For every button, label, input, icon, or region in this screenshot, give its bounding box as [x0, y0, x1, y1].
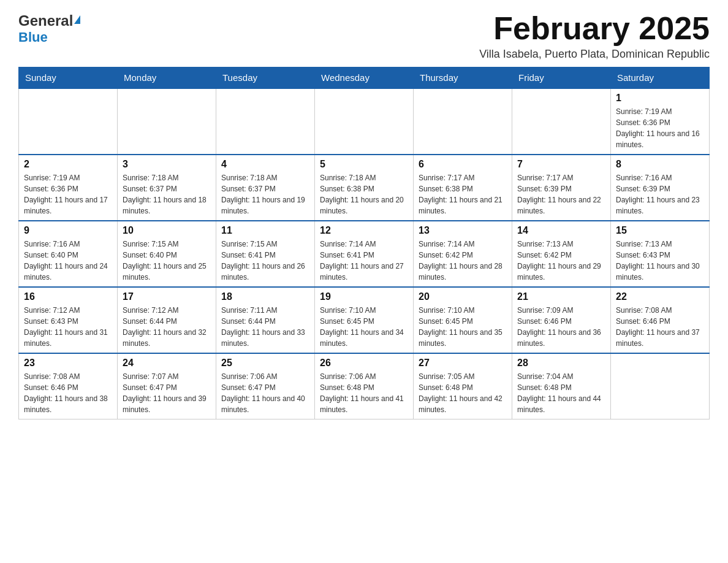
day-info: Sunrise: 7:09 AMSunset: 6:46 PMDaylight:…	[517, 305, 605, 349]
day-info: Sunrise: 7:05 AMSunset: 6:48 PMDaylight:…	[419, 371, 507, 415]
table-row: 16Sunrise: 7:12 AMSunset: 6:43 PMDayligh…	[19, 287, 118, 353]
logo: General Blue	[18, 12, 80, 45]
day-number: 5	[320, 159, 408, 170]
day-number: 18	[221, 291, 309, 302]
day-number: 10	[123, 225, 211, 236]
day-info: Sunrise: 7:06 AMSunset: 6:48 PMDaylight:…	[320, 371, 408, 415]
table-row: 10Sunrise: 7:15 AMSunset: 6:40 PMDayligh…	[118, 221, 216, 287]
day-number: 4	[221, 159, 309, 170]
day-number: 11	[221, 225, 309, 236]
day-number: 20	[419, 291, 507, 302]
day-info: Sunrise: 7:13 AMSunset: 6:43 PMDaylight:…	[616, 239, 704, 283]
day-number: 8	[616, 159, 704, 170]
day-number: 6	[419, 159, 507, 170]
day-info: Sunrise: 7:13 AMSunset: 6:42 PMDaylight:…	[517, 239, 605, 283]
table-row: 17Sunrise: 7:12 AMSunset: 6:44 PMDayligh…	[118, 287, 216, 353]
table-row: 18Sunrise: 7:11 AMSunset: 6:44 PMDayligh…	[216, 287, 315, 353]
col-friday: Friday	[512, 67, 611, 89]
day-info: Sunrise: 7:12 AMSunset: 6:43 PMDaylight:…	[24, 305, 112, 349]
day-info: Sunrise: 7:18 AMSunset: 6:37 PMDaylight:…	[221, 172, 309, 216]
table-row: 21Sunrise: 7:09 AMSunset: 6:46 PMDayligh…	[512, 287, 611, 353]
calendar-table: Sunday Monday Tuesday Wednesday Thursday…	[18, 67, 710, 419]
table-row: 3Sunrise: 7:18 AMSunset: 6:37 PMDaylight…	[118, 155, 216, 221]
month-title: February 2025	[479, 12, 710, 44]
day-info: Sunrise: 7:08 AMSunset: 6:46 PMDaylight:…	[24, 371, 112, 415]
day-number: 22	[616, 291, 704, 302]
day-info: Sunrise: 7:14 AMSunset: 6:42 PMDaylight:…	[419, 239, 507, 283]
day-info: Sunrise: 7:07 AMSunset: 6:47 PMDaylight:…	[123, 371, 211, 415]
day-info: Sunrise: 7:15 AMSunset: 6:41 PMDaylight:…	[221, 239, 309, 283]
calendar-week-row: 16Sunrise: 7:12 AMSunset: 6:43 PMDayligh…	[19, 287, 710, 353]
table-row: 14Sunrise: 7:13 AMSunset: 6:42 PMDayligh…	[512, 221, 611, 287]
col-thursday: Thursday	[414, 67, 512, 89]
col-sunday: Sunday	[19, 67, 118, 89]
table-row	[216, 88, 315, 155]
day-info: Sunrise: 7:17 AMSunset: 6:38 PMDaylight:…	[419, 172, 507, 216]
table-row: 20Sunrise: 7:10 AMSunset: 6:45 PMDayligh…	[414, 287, 512, 353]
day-number: 21	[517, 291, 605, 302]
day-info: Sunrise: 7:11 AMSunset: 6:44 PMDaylight:…	[221, 305, 309, 349]
table-row: 27Sunrise: 7:05 AMSunset: 6:48 PMDayligh…	[414, 353, 512, 419]
table-row: 7Sunrise: 7:17 AMSunset: 6:39 PMDaylight…	[512, 155, 611, 221]
logo-general-text: General	[18, 12, 73, 29]
col-monday: Monday	[118, 67, 216, 89]
day-info: Sunrise: 7:14 AMSunset: 6:41 PMDaylight:…	[320, 239, 408, 283]
table-row	[512, 88, 611, 155]
day-info: Sunrise: 7:06 AMSunset: 6:47 PMDaylight:…	[221, 371, 309, 415]
day-number: 24	[123, 358, 211, 369]
day-number: 25	[221, 358, 309, 369]
table-row	[118, 88, 216, 155]
day-number: 15	[616, 225, 704, 236]
day-number: 23	[24, 358, 112, 369]
day-number: 13	[419, 225, 507, 236]
calendar-header-row: Sunday Monday Tuesday Wednesday Thursday…	[19, 67, 710, 89]
calendar-week-row: 23Sunrise: 7:08 AMSunset: 6:46 PMDayligh…	[19, 353, 710, 419]
table-row: 13Sunrise: 7:14 AMSunset: 6:42 PMDayligh…	[414, 221, 512, 287]
day-info: Sunrise: 7:16 AMSunset: 6:40 PMDaylight:…	[24, 239, 112, 283]
location-subtitle: Villa Isabela, Puerto Plata, Dominican R…	[479, 48, 710, 61]
table-row	[315, 88, 414, 155]
table-row: 26Sunrise: 7:06 AMSunset: 6:48 PMDayligh…	[315, 353, 414, 419]
day-number: 28	[517, 358, 605, 369]
day-info: Sunrise: 7:10 AMSunset: 6:45 PMDaylight:…	[419, 305, 507, 349]
day-info: Sunrise: 7:18 AMSunset: 6:37 PMDaylight:…	[123, 172, 211, 216]
page-header: General Blue February 2025 Villa Isabela…	[18, 12, 710, 61]
logo-blue-text: Blue	[18, 29, 48, 45]
day-info: Sunrise: 7:12 AMSunset: 6:44 PMDaylight:…	[123, 305, 211, 349]
day-info: Sunrise: 7:16 AMSunset: 6:39 PMDaylight:…	[616, 172, 704, 216]
table-row: 12Sunrise: 7:14 AMSunset: 6:41 PMDayligh…	[315, 221, 414, 287]
col-wednesday: Wednesday	[315, 67, 414, 89]
day-number: 1	[616, 93, 704, 104]
table-row: 23Sunrise: 7:08 AMSunset: 6:46 PMDayligh…	[19, 353, 118, 419]
table-row: 4Sunrise: 7:18 AMSunset: 6:37 PMDaylight…	[216, 155, 315, 221]
calendar-week-row: 9Sunrise: 7:16 AMSunset: 6:40 PMDaylight…	[19, 221, 710, 287]
table-row	[19, 88, 118, 155]
calendar-week-row: 1Sunrise: 7:19 AMSunset: 6:36 PMDaylight…	[19, 88, 710, 155]
day-number: 2	[24, 159, 112, 170]
day-info: Sunrise: 7:18 AMSunset: 6:38 PMDaylight:…	[320, 172, 408, 216]
col-tuesday: Tuesday	[216, 67, 315, 89]
table-row: 24Sunrise: 7:07 AMSunset: 6:47 PMDayligh…	[118, 353, 216, 419]
table-row: 6Sunrise: 7:17 AMSunset: 6:38 PMDaylight…	[414, 155, 512, 221]
day-info: Sunrise: 7:19 AMSunset: 6:36 PMDaylight:…	[24, 172, 112, 216]
table-row: 25Sunrise: 7:06 AMSunset: 6:47 PMDayligh…	[216, 353, 315, 419]
day-number: 16	[24, 291, 112, 302]
day-number: 12	[320, 225, 408, 236]
day-number: 17	[123, 291, 211, 302]
col-saturday: Saturday	[611, 67, 710, 89]
logo-text: General	[18, 12, 80, 29]
table-row	[611, 353, 710, 419]
day-info: Sunrise: 7:19 AMSunset: 6:36 PMDaylight:…	[616, 106, 704, 150]
table-row: 8Sunrise: 7:16 AMSunset: 6:39 PMDaylight…	[611, 155, 710, 221]
day-number: 7	[517, 159, 605, 170]
day-info: Sunrise: 7:10 AMSunset: 6:45 PMDaylight:…	[320, 305, 408, 349]
table-row: 2Sunrise: 7:19 AMSunset: 6:36 PMDaylight…	[19, 155, 118, 221]
title-section: February 2025 Villa Isabela, Puerto Plat…	[479, 12, 710, 61]
day-number: 3	[123, 159, 211, 170]
table-row: 15Sunrise: 7:13 AMSunset: 6:43 PMDayligh…	[611, 221, 710, 287]
day-number: 27	[419, 358, 507, 369]
table-row: 9Sunrise: 7:16 AMSunset: 6:40 PMDaylight…	[19, 221, 118, 287]
table-row: 1Sunrise: 7:19 AMSunset: 6:36 PMDaylight…	[611, 88, 710, 155]
day-info: Sunrise: 7:15 AMSunset: 6:40 PMDaylight:…	[123, 239, 211, 283]
table-row	[414, 88, 512, 155]
